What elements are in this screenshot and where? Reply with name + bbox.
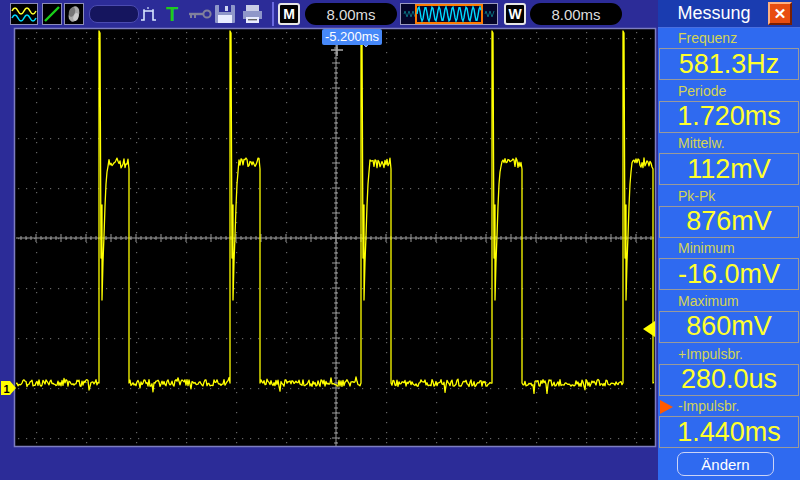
trigger-position-label[interactable]: -5.200ms: [322, 29, 382, 45]
measurement-item: Frequenz 581.3Hz: [658, 30, 800, 80]
measurement-value: 280.0us: [659, 364, 799, 396]
measurement-item: Mittelw. 112mV: [658, 135, 800, 185]
measurement-label: Minimum: [658, 240, 800, 258]
measurement-panel: Messung ✕ Frequenz 581.3Hz Periode 1.720…: [658, 0, 800, 480]
measurement-item-selected: -Impulsbr. 1.440ms: [658, 398, 800, 448]
panel-header: Messung ✕: [658, 0, 800, 28]
close-button[interactable]: ✕: [768, 2, 792, 25]
change-button[interactable]: Ändern: [677, 452, 774, 476]
measurement-list: Frequenz 581.3Hz Periode 1.720ms Mittelw…: [658, 30, 800, 451]
measurement-label: Pk-Pk: [658, 188, 800, 206]
measurement-item: Pk-Pk 876mV: [658, 188, 800, 238]
svg-text:1: 1: [4, 383, 10, 395]
measurement-label: Maximum: [658, 293, 800, 311]
panel-title: Messung: [658, 0, 770, 27]
measurement-value: 112mV: [659, 153, 799, 185]
measurement-label: Periode: [658, 83, 800, 101]
measurement-value: 581.3Hz: [659, 48, 799, 80]
measurement-value: 876mV: [659, 206, 799, 238]
graticule-area: 1: [0, 0, 658, 480]
close-icon: ✕: [774, 5, 787, 23]
bottom-statusbar: DC 20 100mV CH1 116mV 414.000Hz: [0, 448, 658, 480]
measurement-label: -Impulsbr.: [658, 398, 800, 416]
measurement-value: 1.440ms: [659, 416, 799, 448]
measurement-label: Mittelw.: [658, 135, 800, 153]
measurement-label: Frequenz: [658, 30, 800, 48]
measurement-item: Maximum 860mV: [658, 293, 800, 343]
measurement-value: 1.720ms: [659, 101, 799, 133]
selected-measurement-arrow-icon: [660, 400, 673, 414]
oscilloscope-screen: T M 8.00ms W 8: [0, 0, 800, 480]
measurement-item: Periode 1.720ms: [658, 83, 800, 133]
measurement-item: Minimum -16.0mV: [658, 240, 800, 290]
measurement-label: +Impulsbr.: [658, 346, 800, 364]
measurement-item: +Impulsbr. 280.0us: [658, 346, 800, 396]
measurement-value: 860mV: [659, 311, 799, 343]
measurement-value: -16.0mV: [659, 258, 799, 290]
